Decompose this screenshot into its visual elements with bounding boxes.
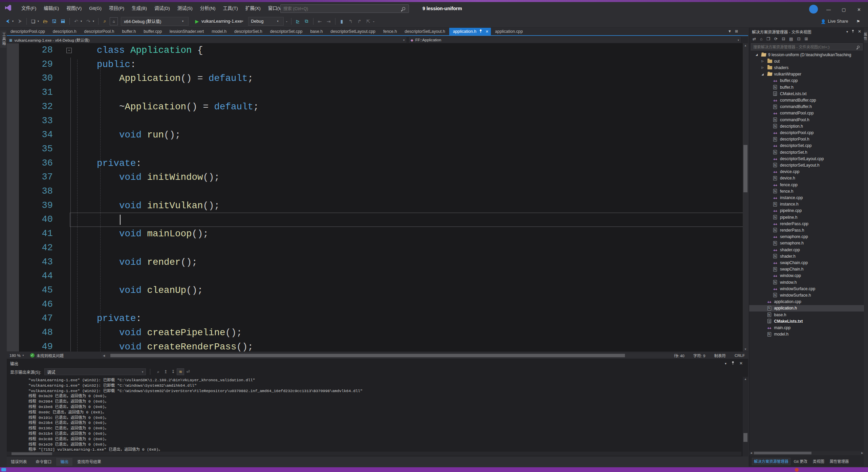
tree-item-description.h[interactable]: hdescription.h [749,123,864,129]
tree-item-device.h[interactable]: hdevice.h [749,175,864,181]
menu-item-9[interactable]: 工具(T) [219,4,242,13]
tree-item-commandBuffer.h[interactable]: hcommandBuffer.h [749,104,864,110]
undo-icon[interactable]: ↶ [72,17,80,25]
doc-tab-base.h[interactable]: base.h [306,28,326,35]
code-line-32[interactable]: 32 ~Application() = default; [7,100,743,114]
doc-tab-descriptorSet.cpp[interactable]: descriptorSet.cpp [266,28,306,35]
tree-item-descriptorSetLayout.h[interactable]: hdescriptorSetLayout.h [749,162,864,168]
home-icon[interactable]: ⌂ [760,37,762,41]
tab-list-dropdown-icon[interactable]: ▼ [728,29,732,34]
tree-item-windowSurface.h[interactable]: hwindowSurface.h [749,292,864,298]
panel-menu-icon[interactable]: ▾ [725,362,726,365]
tree-item-swapChain.h[interactable]: hswapChain.h [749,266,864,273]
feedback-icon[interactable]: ⚑ [856,19,860,24]
collapse-all-icon[interactable]: ⊟ [782,37,785,41]
code-editor[interactable]: − 28 class Application {29 public:30 App… [7,43,743,351]
indent-decrease-icon[interactable]: ⇤ [316,17,324,25]
find-message-icon[interactable]: ⌕ [154,368,162,375]
doc-tab-descriptorSet.h[interactable]: descriptorSet.h [231,28,266,35]
scroll-left-icon[interactable]: ◀ [102,354,106,357]
scrollbar-thumb[interactable] [743,145,747,192]
tree-item-instance.h[interactable]: hinstance.h [749,201,864,208]
output-source-dropdown[interactable]: 调试▾ [44,368,146,375]
open-file-icon[interactable]: 🗁 [41,17,49,25]
code-line-39[interactable]: 39 void initVulkan(); [7,199,743,213]
tree-item-pipeline.cpp[interactable]: ++pipeline.cpp [749,208,864,214]
explorer-tab-2[interactable]: 类视图 [811,458,826,465]
toolbar-options-icon[interactable]: ⌄ [286,20,289,23]
new-file-dropdown-icon[interactable]: ▾ [38,20,41,23]
tree-item-descriptorSet.h[interactable]: hdescriptorSet.h [749,149,864,155]
background-tasks-icon[interactable] [1,468,6,471]
previous-bookmark-icon[interactable]: ↰ [347,17,355,25]
tree-item-CMakeLists.txt[interactable]: CMakeLists.txt [749,90,864,97]
tree-item-shader.h[interactable]: hshader.h [749,253,864,259]
editor-horizontal-scrollbar[interactable]: ◀ ▶ [102,353,680,358]
notification-icon[interactable] [795,468,799,472]
solution-explorer-search-box[interactable] [751,43,863,50]
tree-item-application.h[interactable]: happlication.h [749,305,864,312]
tree-item-commandPool.cpp[interactable]: ++commandPool.cpp [749,110,864,116]
doc-tab-application.h[interactable]: application.h✕ [449,28,491,35]
project-scope-dropdown[interactable]: ▦ vulkanLearning-1.exe - x64-Debug (默认值)… [7,37,407,43]
run-target-dropdown-icon[interactable]: ▾ [242,20,245,23]
tree-item-out[interactable]: ▷out [749,58,864,64]
clear-bookmarks-icon[interactable]: ⇱ [364,17,372,25]
solution-explorer-search-input[interactable] [751,45,857,49]
menu-item-2[interactable]: 视图(V) [63,4,85,13]
configuration-dropdown[interactable]: x64-Debug (默认值)▾ [121,17,189,26]
scrollbar-thumb[interactable] [743,433,747,442]
menu-item-1[interactable]: 编辑(E) [40,4,63,13]
output-horizontal-scrollbar[interactable] [7,452,741,456]
quick-search-input[interactable] [281,6,402,11]
tree-item-renderPass.cpp[interactable]: ++renderPass.cpp [749,220,864,227]
doc-tab-buffer.h[interactable]: buffer.h [118,28,139,35]
home-icon[interactable]: ⌂ [110,17,118,25]
code-line-28[interactable]: 28 class Application { [7,43,743,58]
tree-item-renderPass.h[interactable]: hrenderPass.h [749,227,864,233]
doc-tab-buffer.cpp[interactable]: buffer.cpp [140,28,166,35]
properties-icon[interactable]: ⊡ [797,37,801,41]
menu-item-8[interactable]: 分析(N) [196,4,219,13]
quick-search-box[interactable] [280,4,409,13]
code-line-48[interactable]: 48 void createPipeline(); [7,326,743,340]
output-log[interactable]: "vulkanLearning-1.exe" (Win32): 已卸载 "C:\… [7,377,741,452]
tree-item-descriptorSet.cpp[interactable]: ++descriptorSet.cpp [749,143,864,149]
tree-item-application.cpp[interactable]: ++application.cpp [749,299,864,305]
tree-item-semaphore.cpp[interactable]: ++semaphore.cpp [749,234,864,240]
new-file-icon[interactable]: ❏ [29,17,37,25]
doc-tab-descriptorPool.h[interactable]: descriptorPool.h [81,28,118,35]
tree-item-descriptorPool.h[interactable]: hdescriptorPool.h [749,136,864,143]
close-panel-icon[interactable]: ✕ [739,361,743,366]
clear-all-icon[interactable]: ≋ [177,368,184,375]
code-line-46[interactable]: 46 [7,298,743,312]
tree-item-model.h[interactable]: hmodel.h [749,331,864,338]
menu-item-0[interactable]: 文件(F) [18,4,40,13]
toolbox-vertical-tab[interactable]: 工具箱 [0,30,6,48]
code-line-30[interactable]: 30 Application() = default; [7,71,743,86]
pending-changes-filter-icon[interactable]: ❐ [766,37,770,41]
save-icon[interactable]: 🖫 [50,17,58,25]
tree-item-vulkanWrapper[interactable]: ◢vulkanWrapper [749,71,864,78]
attach-process-icon[interactable]: ⊵ [294,17,302,25]
code-line-36[interactable]: 36 private: [7,156,743,171]
pin-icon[interactable] [479,29,482,34]
doc-tab-description.h[interactable]: description.h [49,28,80,35]
scrollbar-thumb[interactable] [754,452,811,454]
toolbar-overflow-icon[interactable]: ⌄ [373,20,376,23]
tree-item-shader.cpp[interactable]: ++shader.cpp [749,246,864,253]
code-fold-toggle-icon[interactable]: − [66,48,72,53]
indent-increase-icon[interactable]: ⇥ [325,17,333,25]
explorer-horizontal-scrollbar[interactable]: ◀ ▶ [749,451,864,455]
menu-item-7[interactable]: 测试(S) [174,4,196,13]
panel-tab-输出[interactable]: 输出 [56,458,72,466]
code-line-34[interactable]: 34 void run(); [7,128,743,142]
code-line-35[interactable]: 35 [7,142,743,156]
run-mode-dropdown[interactable]: Debug▾ [248,17,284,26]
menu-item-5[interactable]: 生成(B) [128,4,151,13]
document-health-indicator[interactable]: ✓ 未找到相关问题 [27,353,67,358]
zoom-level-dropdown[interactable]: 180 %▾ [7,352,27,359]
user-avatar[interactable] [809,5,818,14]
word-wrap-icon[interactable]: ⏎ [184,368,192,375]
explorer-tab-3[interactable]: 属性管理器 [828,458,851,465]
